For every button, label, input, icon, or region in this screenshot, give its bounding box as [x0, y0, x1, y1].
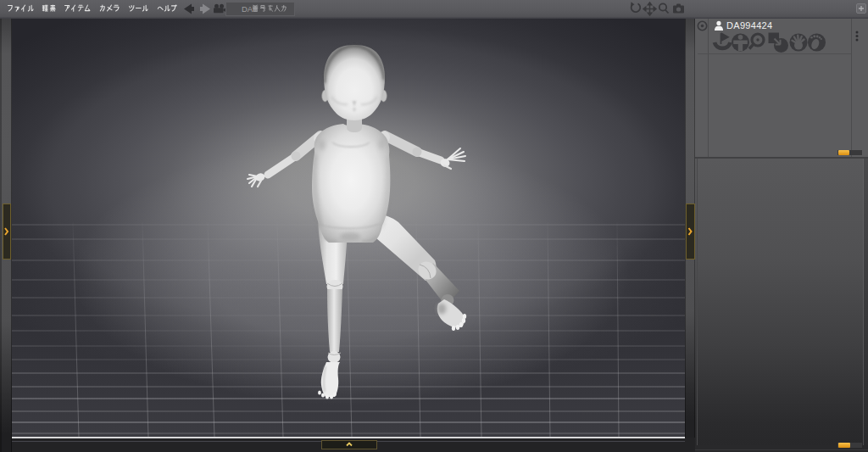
svg-text:DA: DA — [242, 4, 253, 14]
